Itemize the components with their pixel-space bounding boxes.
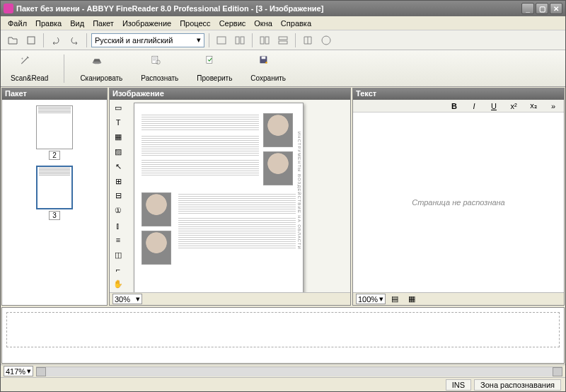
image-view[interactable]: ИНСТРУМЕНТЫ ВОЗДЕЙСТВИЕ НА ОБЛАСТИ [127, 100, 350, 292]
scrollbar-track[interactable] [46, 367, 553, 376]
more-icon[interactable]: » [545, 98, 561, 114]
zoom-pane[interactable] [1, 307, 565, 364]
image-block-icon[interactable]: ▨ [111, 145, 125, 158]
text-zoom-select[interactable]: 100%▾ [356, 294, 386, 304]
menu-help[interactable]: Справка [277, 18, 316, 29]
image-header: Изображение [110, 88, 350, 100]
check-button[interactable]: Проверить [194, 53, 235, 83]
menu-service[interactable]: Сервис [215, 18, 250, 29]
recognize-button[interactable]: Распознать [138, 53, 181, 83]
batch-body: 2 3 [2, 100, 107, 305]
language-value: Русский и английский [95, 36, 173, 45]
status-zone: Зона распознавания [474, 379, 561, 391]
layout2-icon[interactable] [232, 33, 248, 48]
page-thumb-selected[interactable]: 3 [33, 166, 76, 220]
vsplit-icon[interactable]: ⫿ [111, 219, 125, 232]
menu-image[interactable]: Изображение [118, 18, 175, 29]
bold-icon[interactable]: B [446, 98, 462, 114]
svg-point-8 [322, 36, 330, 45]
menu-windows[interactable]: Окна [250, 18, 277, 29]
cut-part-icon[interactable]: ⊟ [111, 190, 125, 203]
svg-point-9 [93, 62, 102, 64]
separator [64, 54, 64, 83]
layout1-icon[interactable] [214, 33, 229, 48]
table-block-icon[interactable]: ▦ [111, 131, 125, 144]
svg-rect-2 [236, 37, 239, 44]
save-star-icon [258, 54, 278, 73]
scan-button[interactable]: Сканировать [77, 53, 125, 83]
close-button[interactable]: ✕ [550, 3, 562, 14]
minimize-button[interactable]: _ [521, 3, 534, 14]
crop-icon[interactable]: ⌐ [111, 263, 125, 276]
status-ins: INS [446, 379, 471, 391]
svg-rect-14 [262, 57, 266, 59]
photo-icon [142, 192, 171, 226]
standard-toolbar: Русский и английский ▾ [1, 30, 565, 50]
help-icon[interactable] [318, 33, 334, 48]
photo-icon [142, 231, 171, 265]
pointer-icon[interactable]: ↖ [111, 160, 125, 173]
separator [43, 33, 44, 47]
scroll-left-icon[interactable] [36, 367, 46, 376]
menu-edit[interactable]: Правка [31, 18, 66, 29]
image-pane: Изображение ▭ T ▦ ▨ ↖ ⊞ ⊟ ① ⫿ ≡ ◫ ⌐ [109, 88, 351, 306]
scroll-right-icon[interactable] [553, 367, 562, 376]
svg-rect-10 [152, 56, 158, 63]
menu-process[interactable]: Процесс [175, 18, 214, 29]
image-zoom-select[interactable]: 30%▾ [112, 294, 142, 304]
menu-view[interactable]: Вид [66, 18, 88, 29]
save-button[interactable]: Сохранить [248, 53, 289, 83]
page-number: 2 [49, 151, 60, 160]
scanner-icon [91, 54, 111, 73]
eraser-icon[interactable]: ◫ [111, 248, 125, 262]
svg-rect-12 [207, 56, 212, 63]
view-mode2-icon[interactable]: ▦ [404, 292, 420, 307]
scanread-button[interactable]: Scan&Read [8, 53, 51, 83]
chevron-down-icon: ▾ [197, 35, 201, 45]
add-part-icon[interactable]: ⊞ [111, 175, 125, 188]
menu-batch[interactable]: Пакет [88, 18, 118, 29]
open-icon[interactable] [5, 33, 21, 48]
italic-icon[interactable]: I [466, 98, 482, 114]
crop-region[interactable] [6, 312, 560, 347]
svg-rect-7 [279, 41, 287, 44]
super-icon[interactable]: x² [506, 98, 521, 114]
vertical-caption: ИНСТРУМЕНТЫ ВОЗДЕЙСТВИЕ НА ОБЛАСТИ [297, 132, 301, 250]
page-thumb[interactable]: 2 [33, 105, 76, 160]
batch-pane: Пакет 2 3 [1, 88, 108, 306]
renumber-icon[interactable]: ① [111, 204, 125, 217]
svg-rect-4 [260, 37, 264, 44]
chevron-down-icon: ▾ [27, 367, 31, 376]
dict-icon[interactable] [300, 33, 316, 48]
text-zoom-bar: 100%▾ ▤ ▦ [353, 292, 564, 305]
window-title: Пакет без имени - ABBYY FineReader 8.0 P… [16, 4, 521, 13]
document-page: ИНСТРУМЕНТЫ ВОЗДЕЙСТВИЕ НА ОБЛАСТИ [134, 103, 304, 292]
layout3-icon[interactable] [257, 33, 272, 48]
text-block-icon[interactable]: T [111, 116, 125, 129]
recognize-icon [150, 54, 170, 73]
main-toolbar: Scan&Read Сканировать Распознать Провери… [1, 50, 565, 87]
titlebar: Пакет без имени - ABBYY FineReader 8.0 P… [1, 1, 565, 16]
view-mode1-icon[interactable]: ▤ [387, 292, 403, 307]
underline-icon[interactable]: U [486, 98, 502, 114]
hand-icon[interactable]: ✋ [111, 277, 125, 291]
image-zoom-bar: 30%▾ [110, 292, 350, 305]
redo-icon[interactable] [67, 33, 82, 48]
menubar: Файл Правка Вид Пакет Изображение Процес… [1, 16, 565, 30]
undo-icon[interactable] [48, 33, 64, 48]
bottom-zoom-bar: 417%▾ [1, 364, 565, 377]
hsplit-icon[interactable]: ≡ [111, 234, 125, 247]
layout-tool-icon[interactable]: ▭ [111, 101, 125, 115]
photo-icon [263, 151, 293, 185]
menu-file[interactable]: Файл [4, 18, 31, 29]
sub-icon[interactable]: x₂ [526, 98, 541, 114]
svg-rect-5 [265, 37, 269, 44]
not-recognized-message: Страница не распознана [412, 198, 505, 207]
chevron-down-icon: ▾ [379, 294, 383, 304]
layout4-icon[interactable] [275, 33, 291, 48]
maximize-button[interactable]: ▢ [536, 3, 548, 14]
language-select[interactable]: Русский и английский ▾ [91, 33, 204, 47]
image-toolbar: ▭ T ▦ ▨ ↖ ⊞ ⊟ ① ⫿ ≡ ◫ ⌐ ✋ [110, 100, 127, 292]
save-icon[interactable] [23, 33, 39, 48]
bottom-zoom-select[interactable]: 417%▾ [4, 366, 33, 376]
